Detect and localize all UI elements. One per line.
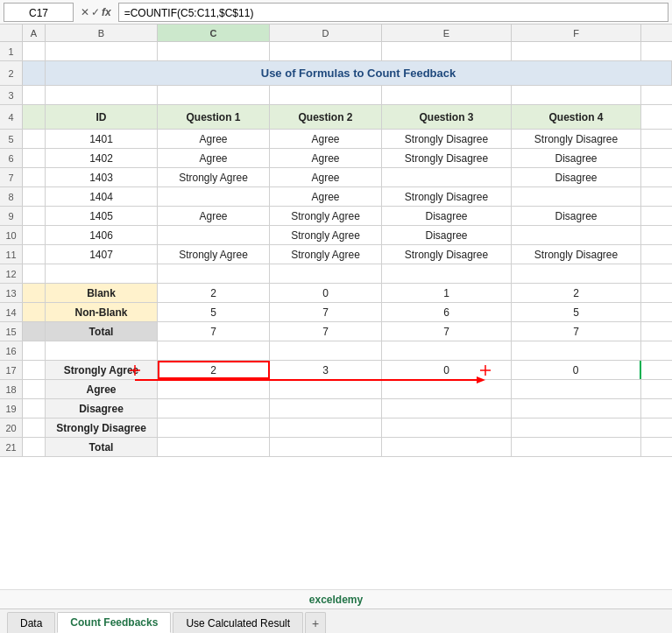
total-f[interactable]: 7: [512, 322, 641, 341]
disagree-label: Disagree: [46, 399, 158, 418]
name-box[interactable]: C17: [4, 3, 74, 22]
total-label: Total: [46, 322, 158, 341]
row-11: 11 1407 Strongly Agree Strongly Agree St…: [0, 245, 672, 264]
formula-icon-fx[interactable]: fx: [102, 6, 111, 18]
cell-e17[interactable]: 0: [382, 361, 512, 379]
blank-label: Blank: [46, 284, 158, 302]
total-c[interactable]: 7: [158, 322, 270, 341]
blank-f[interactable]: 2: [512, 284, 641, 302]
row-18: 18 Agree: [0, 380, 672, 399]
corner-cell: [0, 25, 23, 41]
row-21: 21 Total: [0, 438, 672, 457]
strongly-disagree-label: Strongly Disagree: [46, 418, 158, 437]
col-header-c[interactable]: C: [158, 25, 270, 41]
sheet-body: 1 2 Use of Formulas to Count Feedback 3 …: [0, 42, 672, 457]
cell-c18[interactable]: [158, 380, 270, 398]
exceldemy-logo: exceldemy: [309, 594, 363, 606]
cell-c1[interactable]: [158, 42, 270, 60]
cell-f21[interactable]: [512, 438, 641, 456]
row-19: 19 Disagree: [0, 399, 672, 418]
total-e[interactable]: 7: [382, 322, 512, 341]
cell-a1[interactable]: [23, 42, 46, 60]
cell-d21[interactable]: [270, 438, 382, 456]
col-header-e[interactable]: E: [382, 25, 512, 41]
count-total-label: Total: [46, 438, 158, 456]
row-num-4: 4: [0, 105, 23, 129]
tab-data[interactable]: Data: [7, 612, 55, 633]
tab-use-calculated-result[interactable]: Use Calculated Result: [173, 612, 303, 633]
cell-e19[interactable]: [382, 399, 512, 418]
row-12: 12: [0, 264, 672, 284]
col-header-a[interactable]: A: [23, 25, 46, 41]
blank-d[interactable]: 0: [270, 284, 382, 302]
row-1: 1: [0, 42, 672, 61]
row-9: 9 1405 Agree Strongly Agree Disagree Dis…: [0, 207, 672, 226]
cell-f19[interactable]: [512, 399, 641, 418]
nonblank-d[interactable]: 7: [270, 303, 382, 321]
cell-d1[interactable]: [270, 42, 382, 60]
cell-f20[interactable]: [512, 418, 641, 437]
header-q4: Question 4: [512, 105, 641, 129]
row-16: 16: [0, 341, 672, 361]
row-5: 5 1401 Agree Agree Strongly Disagree Str…: [0, 130, 672, 149]
formula-icon-x[interactable]: ✕: [81, 6, 89, 18]
cell-e1[interactable]: [382, 42, 512, 60]
cell-d17[interactable]: 3: [270, 361, 382, 379]
total-d[interactable]: 7: [270, 322, 382, 341]
header-id: ID: [46, 105, 158, 129]
row-14: 14 Non-Blank 5 7 6 5: [0, 303, 672, 322]
cell-a2[interactable]: [23, 61, 46, 85]
cell-d19[interactable]: [270, 399, 382, 418]
cell-c17[interactable]: 2: [158, 361, 270, 379]
cell-c3[interactable]: [158, 86, 270, 104]
nonblank-c[interactable]: 5: [158, 303, 270, 321]
row-4: 4 ID Question 1 Question 2 Question 3 Qu…: [0, 105, 672, 130]
cell-a4[interactable]: [23, 105, 46, 129]
title-cell: Use of Formulas to Count Feedback: [46, 61, 672, 85]
row-num-2: 2: [0, 61, 23, 85]
cell-c19[interactable]: [158, 399, 270, 418]
strongly-agree-label: Strongly Agree: [46, 361, 158, 379]
cell-f17[interactable]: 0: [512, 361, 641, 379]
blank-c[interactable]: 2: [158, 284, 270, 302]
tab-bar: Data Count Feedbacks Use Calculated Resu…: [0, 608, 672, 633]
tab-add-button[interactable]: +: [305, 612, 326, 633]
row-7: 7 1403 Strongly Agree Agree Disagree: [0, 168, 672, 187]
formula-icon-check[interactable]: ✓: [91, 6, 100, 18]
bottom-bar: exceldemy: [0, 589, 672, 608]
col-header-d[interactable]: D: [270, 25, 382, 41]
cell-a3[interactable]: [23, 86, 46, 104]
row-8: 8 1404 Agree Strongly Disagree: [0, 187, 672, 207]
cell-c20[interactable]: [158, 418, 270, 437]
header-q2: Question 2: [270, 105, 382, 129]
cell-f18[interactable]: [512, 380, 641, 398]
row-15: 15 Total 7 7 7 7: [0, 322, 672, 341]
cell-b3[interactable]: [46, 86, 158, 104]
cell-e20[interactable]: [382, 418, 512, 437]
tab-count-feedbacks[interactable]: Count Feedbacks: [57, 612, 171, 633]
cell-d18[interactable]: [270, 380, 382, 398]
row-num-1: 1: [0, 42, 23, 60]
cell-b1[interactable]: [46, 42, 158, 60]
cell-d20[interactable]: [270, 418, 382, 437]
formula-bar: C17 ✕ ✓ fx =COUNTIF(C5:C11,$C$11): [0, 0, 672, 25]
nonblank-e[interactable]: 6: [382, 303, 512, 321]
cell-e18[interactable]: [382, 380, 512, 398]
cell-d3[interactable]: [270, 86, 382, 104]
cell-f3[interactable]: [512, 86, 641, 104]
col-header-b[interactable]: B: [46, 25, 158, 41]
col-header-f[interactable]: F: [512, 25, 641, 41]
cell-c21[interactable]: [158, 438, 270, 456]
row-3: 3: [0, 86, 672, 105]
nonblank-f[interactable]: 5: [512, 303, 641, 321]
blank-e[interactable]: 1: [382, 284, 512, 302]
cell-e21[interactable]: [382, 438, 512, 456]
row-10: 10 1406 Strongly Agree Disagree: [0, 226, 672, 245]
cell-e3[interactable]: [382, 86, 512, 104]
row-num-3: 3: [0, 86, 23, 104]
formula-icons: ✕ ✓ fx: [77, 6, 115, 18]
header-q1: Question 1: [158, 105, 270, 129]
formula-input[interactable]: =COUNTIF(C5:C11,$C$11): [118, 3, 668, 22]
cell-f1[interactable]: [512, 42, 641, 60]
header-q3: Question 3: [382, 105, 512, 129]
